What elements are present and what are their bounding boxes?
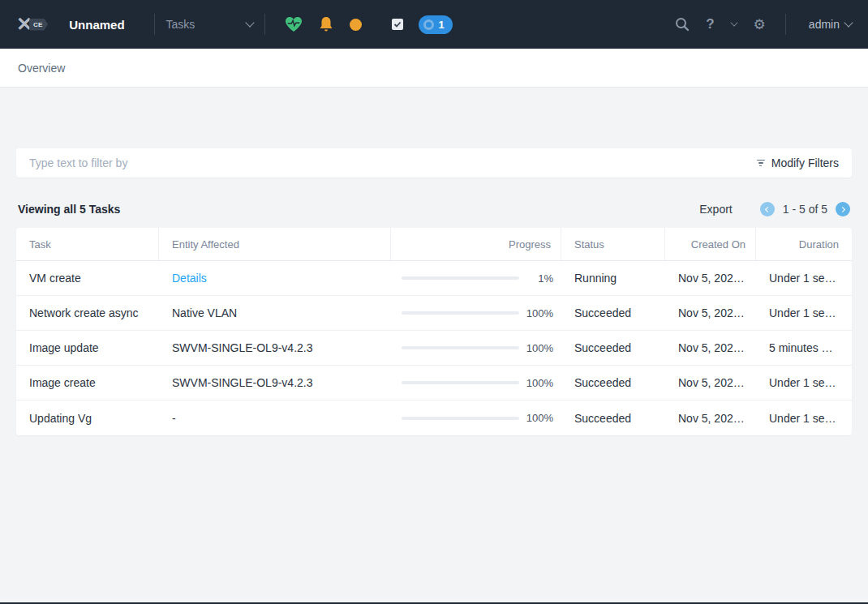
pagination-range-label: 1 - 5 of 5 xyxy=(783,203,827,216)
logo-x-icon: ✕ xyxy=(16,15,31,34)
progress-cell: 100% xyxy=(391,342,561,354)
task-name-cell: Network create async xyxy=(16,306,159,319)
ce-edition-badge: CE xyxy=(29,19,48,31)
created-on-cell: Nov 5, 2025,... xyxy=(665,341,756,354)
created-on-cell: Nov 5, 2025,... xyxy=(665,272,756,285)
settings-gear-icon[interactable]: ⚙ xyxy=(754,16,766,33)
status-cell: Succeeded xyxy=(561,306,665,319)
entity-affected-cell: Native VLAN xyxy=(159,306,391,319)
created-on-cell: Nov 5, 2025,... xyxy=(665,376,756,389)
divider xyxy=(264,14,265,35)
chevron-down-icon xyxy=(844,18,853,27)
duration-cell: Under 1 seco... xyxy=(756,376,852,389)
progress-percent-label: 100% xyxy=(519,342,553,354)
progress-cell: 100% xyxy=(391,412,561,424)
table-header-row: Task Entity Affected Progress Status Cre… xyxy=(16,228,852,261)
task-name-cell: VM create xyxy=(16,272,159,285)
filter-funnel-icon xyxy=(757,160,765,167)
pagination: 1 - 5 of 5 xyxy=(760,202,850,216)
progress-percent-label: 100% xyxy=(519,412,553,424)
app-logo[interactable]: ✕ CE xyxy=(16,15,48,34)
list-toolbar: Viewing all 5 Tasks Export 1 - 5 of 5 xyxy=(16,202,852,216)
created-on-cell: Nov 5, 2025,... xyxy=(665,306,756,319)
tasks-table: Task Entity Affected Progress Status Cre… xyxy=(16,228,852,435)
progress-cell: 100% xyxy=(391,377,561,389)
progress-percent-label: 100% xyxy=(519,307,553,319)
status-cell: Succeeded xyxy=(561,341,665,354)
duration-cell: Under 1 seco... xyxy=(756,272,852,285)
modify-filters-label: Modify Filters xyxy=(771,156,839,169)
chevron-right-icon xyxy=(839,206,844,212)
nav-entity-label: Tasks xyxy=(166,18,196,31)
warning-dot-icon[interactable] xyxy=(350,19,362,31)
status-cell: Running xyxy=(561,272,665,285)
filter-bar: Modify Filters xyxy=(16,148,852,178)
table-row[interactable]: Image create SWVM-SINGLE-OL9-v4.2.3 100%… xyxy=(16,366,852,401)
progress-bar-track xyxy=(402,381,519,384)
modify-filters-button[interactable]: Modify Filters xyxy=(757,156,852,169)
viewing-count-label: Viewing all 5 Tasks xyxy=(18,203,120,216)
column-header-entity-affected[interactable]: Entity Affected xyxy=(159,228,391,260)
table-row[interactable]: Image update SWVM-SINGLE-OL9-v4.2.3 100%… xyxy=(16,331,852,366)
column-header-status[interactable]: Status xyxy=(561,228,665,260)
progress-bar-track xyxy=(402,346,519,349)
tasks-in-progress-badge[interactable]: 1 xyxy=(419,15,452,34)
duration-cell: Under 1 seco... xyxy=(756,412,852,425)
column-header-duration[interactable]: Duration xyxy=(756,228,852,260)
column-header-task[interactable]: Task xyxy=(16,228,159,260)
pagination-next-button[interactable] xyxy=(836,202,850,216)
task-count: 1 xyxy=(438,19,444,31)
column-header-created-on[interactable]: Created On xyxy=(665,228,756,260)
chevron-down-small-icon[interactable] xyxy=(731,23,737,26)
progress-cell: 1% xyxy=(391,272,561,285)
status-cell: Succeeded xyxy=(561,376,665,389)
nav-entity-dropdown[interactable]: Tasks xyxy=(166,18,254,31)
table-row[interactable]: VM create Details 1% Running Nov 5, 2025… xyxy=(16,261,852,296)
chevron-down-icon xyxy=(246,18,255,27)
progress-percent-label: 100% xyxy=(519,377,553,389)
table-row[interactable]: Updating Vg - 100% Succeeded Nov 5, 2025… xyxy=(16,401,852,435)
health-heart-icon[interactable] xyxy=(285,16,303,32)
filter-text-input[interactable] xyxy=(16,156,757,169)
progress-bar-track xyxy=(402,417,519,420)
tasks-checkbox-icon[interactable] xyxy=(391,18,404,31)
column-header-progress[interactable]: Progress xyxy=(391,228,561,260)
user-menu[interactable]: admin xyxy=(809,18,852,31)
page-title[interactable]: Overview xyxy=(18,62,65,75)
cluster-name: Unnamed xyxy=(69,18,124,32)
progress-bar-track xyxy=(402,311,519,315)
progress-percent-label: 1% xyxy=(519,272,553,285)
entity-affected-cell: SWVM-SINGLE-OL9-v4.2.3 xyxy=(159,376,391,389)
progress-cell: 100% xyxy=(391,307,561,319)
top-header-bar: ✕ CE Unnamed Tasks 1 xyxy=(0,0,868,49)
entity-details-link[interactable]: Details xyxy=(159,272,391,285)
chevron-left-icon xyxy=(765,206,771,212)
export-button[interactable]: Export xyxy=(699,203,732,216)
progress-bar-track xyxy=(402,276,519,280)
table-row[interactable]: Network create async Native VLAN 100% Su… xyxy=(16,296,852,331)
created-on-cell: Nov 5, 2025,... xyxy=(665,412,756,425)
task-table-body: VM create Details 1% Running Nov 5, 2025… xyxy=(16,261,852,435)
task-name-cell: Image create xyxy=(16,376,159,389)
breadcrumb-bar: Overview xyxy=(0,49,868,88)
duration-cell: 5 minutes 51... xyxy=(756,341,852,354)
alerts-bell-icon[interactable] xyxy=(319,16,333,32)
divider xyxy=(785,14,786,35)
duration-cell: Under 1 seco... xyxy=(756,306,852,319)
entity-affected-cell: SWVM-SINGLE-OL9-v4.2.3 xyxy=(159,341,391,354)
status-cell: Succeeded xyxy=(561,412,665,425)
task-name-cell: Image update xyxy=(16,341,159,354)
user-name: admin xyxy=(809,18,840,31)
help-icon[interactable]: ? xyxy=(706,16,714,32)
main-content: Modify Filters Viewing all 5 Tasks Expor… xyxy=(0,148,868,435)
divider xyxy=(154,14,155,35)
search-icon[interactable] xyxy=(675,17,690,32)
task-spinner-icon xyxy=(423,19,434,30)
entity-affected-cell: - xyxy=(159,412,391,425)
pagination-prev-button[interactable] xyxy=(760,202,775,216)
task-name-cell: Updating Vg xyxy=(16,412,159,425)
